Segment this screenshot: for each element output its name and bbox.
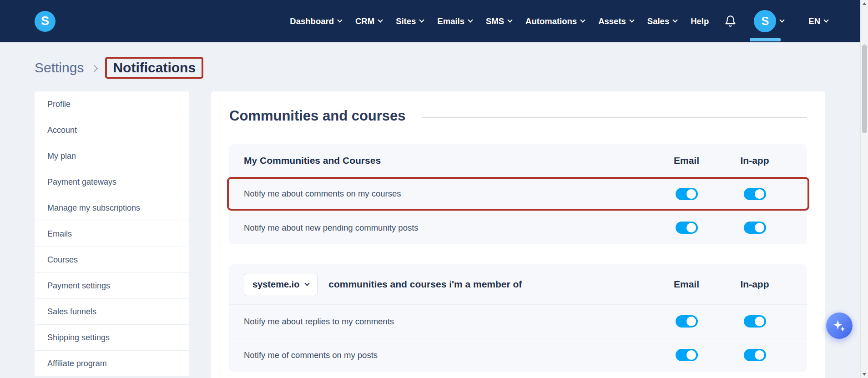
breadcrumb-current-notifications-highlighted: Notifications <box>105 57 203 79</box>
triangle-down-icon <box>863 373 866 376</box>
sidebar-item-payment-settings[interactable]: Payment settings <box>35 273 189 299</box>
app-logo[interactable]: S <box>35 11 56 32</box>
toggle-knob <box>755 223 764 232</box>
toggle-knob <box>755 317 764 326</box>
chevron-down-icon <box>468 17 473 22</box>
sidebar-item-payment-gateways[interactable]: Payment gateways <box>35 169 189 195</box>
chevron-down-icon <box>305 281 310 286</box>
member-communities-panel: systeme.io communities and courses i'm a… <box>229 264 807 372</box>
chevron-right-icon <box>91 65 98 72</box>
toggle-knob <box>686 189 696 199</box>
panel-title: My Communities and Courses <box>244 155 652 166</box>
email-cell <box>652 188 721 200</box>
app-logo-letter: S <box>41 14 49 28</box>
toggle-knob <box>686 223 696 232</box>
notifications-bell-button[interactable] <box>724 15 737 27</box>
panel-header: systeme.io communities and courses i'm a… <box>229 264 807 304</box>
my-communities-panel: My Communities and Courses Email In-app … <box>229 144 807 244</box>
scrollbar-down-arrow[interactable] <box>861 371 868 378</box>
notification-row-label: Notify me about replies to my comments <box>244 317 652 327</box>
chevron-down-icon <box>337 17 342 22</box>
email-toggle[interactable] <box>676 188 698 200</box>
sidebar-item-manage-my-subscriptions[interactable]: Manage my subscriptions <box>35 195 189 221</box>
toggle-knob <box>755 189 764 199</box>
nav-item-sms[interactable]: SMS <box>486 16 512 26</box>
chevron-down-icon <box>378 17 383 22</box>
email-cell <box>652 222 721 234</box>
sparkles-icon <box>832 318 847 333</box>
sidebar-item-emails[interactable]: Emails <box>35 221 189 247</box>
email-cell <box>652 349 721 361</box>
column-header-email: Email <box>652 155 721 166</box>
notifications-settings-card: Communities and courses My Communities a… <box>211 91 825 378</box>
column-header-inapp: In-app <box>721 279 789 290</box>
title-divider <box>422 117 807 118</box>
chevron-down-icon <box>507 17 512 22</box>
sidebar-item-courses[interactable]: Courses <box>35 247 189 273</box>
toggle-knob <box>686 317 696 326</box>
column-header-email: Email <box>652 279 721 290</box>
settings-sidebar: Profile Account My plan Payment gateways… <box>35 91 189 377</box>
nav-item-sites[interactable]: Sites <box>396 16 424 26</box>
notification-row-replies-to-comments: Notify me about replies to my comments <box>229 304 807 338</box>
nav-item-automations[interactable]: Automations <box>525 16 585 26</box>
nav-item-help[interactable]: Help <box>691 16 709 26</box>
sidebar-item-sales-funnels[interactable]: Sales funnels <box>35 299 189 325</box>
sidebar-item-profile[interactable]: Profile <box>35 91 189 117</box>
community-selector-dropdown[interactable]: systeme.io <box>244 273 318 296</box>
breadcrumb: Settings Notifications <box>35 57 868 79</box>
sidebar-item-affiliate-program[interactable]: Affiliate program <box>35 351 189 377</box>
nav-item-assets[interactable]: Assets <box>598 16 634 26</box>
sidebar-item-my-plan[interactable]: My plan <box>35 143 189 169</box>
bell-icon <box>724 15 737 27</box>
sidebar-item-shipping-settings[interactable]: Shipping settings <box>35 325 189 351</box>
inapp-toggle[interactable] <box>744 188 766 200</box>
chevron-down-icon <box>580 17 585 22</box>
notification-row-comments-on-courses-highlighted: Notify me about comments on my courses <box>227 177 809 211</box>
active-nav-indicator <box>750 38 781 41</box>
page-scrollbar[interactable] <box>860 0 868 378</box>
user-menu[interactable]: S <box>754 10 784 32</box>
panel-header: My Communities and Courses Email In-app <box>229 144 807 177</box>
chevron-down-icon <box>780 17 785 22</box>
triangle-up-icon <box>863 2 866 5</box>
nav-item-crm[interactable]: CRM <box>355 16 382 26</box>
panel-title: systeme.io communities and courses i'm a… <box>244 273 652 296</box>
email-toggle[interactable] <box>676 315 698 328</box>
scrollbar-up-arrow[interactable] <box>861 0 868 7</box>
email-toggle[interactable] <box>676 349 698 361</box>
panel-title-text: communities and courses i'm a member of <box>328 279 522 289</box>
main-nav: Dashboard CRM Sites Emails SMS Automatio… <box>290 10 828 32</box>
chevron-down-icon <box>629 17 634 22</box>
scrollbar-thumb[interactable] <box>862 45 867 133</box>
inapp-toggle[interactable] <box>744 222 766 234</box>
nav-item-sales[interactable]: Sales <box>647 16 677 26</box>
page-title: Communities and courses <box>229 108 406 124</box>
email-toggle[interactable] <box>676 222 698 234</box>
sidebar-item-account[interactable]: Account <box>35 117 189 143</box>
inapp-cell <box>721 222 789 234</box>
column-header-inapp: In-app <box>721 155 789 166</box>
toggle-knob <box>755 350 764 360</box>
chevron-down-icon <box>823 17 828 22</box>
top-navbar: S Dashboard CRM Sites Emails SMS Automat… <box>0 0 868 42</box>
inapp-cell <box>721 188 789 200</box>
notification-row-pending-community-posts: Notify me about new pending community po… <box>229 211 807 244</box>
inapp-cell <box>721 315 789 328</box>
notification-row-label: Notify me about new pending community po… <box>244 223 652 233</box>
inapp-toggle[interactable] <box>744 349 766 361</box>
inapp-cell <box>721 349 789 361</box>
ai-assistant-button[interactable] <box>826 312 853 339</box>
notification-row-label: Notify me about comments on my courses <box>244 189 652 199</box>
avatar[interactable]: S <box>754 10 776 32</box>
page-content: Profile Account My plan Payment gateways… <box>0 91 868 378</box>
language-selector[interactable]: EN <box>808 16 828 26</box>
inapp-toggle[interactable] <box>744 315 766 328</box>
nav-item-emails[interactable]: Emails <box>437 16 472 26</box>
nav-item-dashboard[interactable]: Dashboard <box>290 16 342 26</box>
breadcrumb-settings-link[interactable]: Settings <box>35 60 84 76</box>
section-title-row: Communities and courses <box>229 108 807 124</box>
email-cell <box>652 315 721 328</box>
notification-row-comments-on-posts: Notify me of comments on my posts <box>229 338 807 372</box>
notification-row-label: Notify me of comments on my posts <box>244 350 652 360</box>
